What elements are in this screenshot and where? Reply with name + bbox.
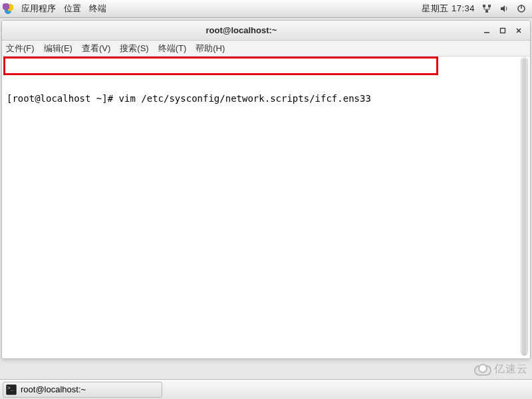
watermark-text: 亿速云 xyxy=(494,362,528,376)
terminal-line-1: [root@localhost ~]# vim /etc/sysconfig/n… xyxy=(5,91,526,104)
menu-view[interactable]: 查看(V) xyxy=(82,43,110,55)
terminal-window: root@localhost:~ 文件(F) 编辑(E) 查看(V) 搜索(S)… xyxy=(1,20,531,359)
shell-prompt: [root@localhost ~]# xyxy=(7,93,119,104)
menu-help[interactable]: 帮助(H) xyxy=(196,43,225,55)
terminal-body[interactable]: [root@localhost ~]# vim /etc/sysconfig/n… xyxy=(2,57,530,358)
clock: 星期五 17:34 xyxy=(422,3,475,15)
bottom-panel: root@localhost:~ xyxy=(0,379,532,399)
taskbar-item-label: root@localhost:~ xyxy=(21,384,86,394)
minimize-button[interactable] xyxy=(481,25,493,37)
annotation-highlight xyxy=(3,57,438,75)
svg-rect-0 xyxy=(483,5,485,7)
taskbar-item-terminal[interactable]: root@localhost:~ xyxy=(3,382,162,398)
menu-file[interactable]: 文件(F) xyxy=(6,43,35,55)
maximize-button[interactable] xyxy=(497,25,509,37)
volume-icon[interactable] xyxy=(499,3,509,14)
terminal-icon xyxy=(6,384,17,395)
svg-rect-1 xyxy=(488,5,491,7)
window-title: root@localhost:~ xyxy=(2,25,481,35)
menu-applications[interactable]: 应用程序 xyxy=(21,3,56,15)
menu-edit[interactable]: 编辑(E) xyxy=(44,43,72,55)
apps-icon xyxy=(3,3,13,14)
power-icon[interactable] xyxy=(516,3,527,14)
menu-terminal[interactable]: 终端(T) xyxy=(158,43,187,55)
menu-places[interactable]: 位置 xyxy=(64,3,81,15)
scrollbar[interactable] xyxy=(521,57,528,356)
svg-rect-6 xyxy=(501,28,505,33)
titlebar[interactable]: root@localhost:~ xyxy=(2,21,530,41)
menu-search[interactable]: 搜索(S) xyxy=(120,43,148,55)
scrollbar-thumb[interactable] xyxy=(522,59,527,356)
close-button[interactable] xyxy=(513,25,525,37)
menu-terminal-top[interactable]: 终端 xyxy=(89,3,106,15)
menubar: 文件(F) 编辑(E) 查看(V) 搜索(S) 终端(T) 帮助(H) xyxy=(2,41,530,57)
network-icon[interactable] xyxy=(481,3,492,14)
cloud-icon xyxy=(471,364,491,376)
top-panel: 应用程序 位置 终端 星期五 17:34 xyxy=(0,0,532,18)
shell-command: vim /etc/sysconfig/network.scripts/ifcf.… xyxy=(119,93,371,104)
watermark: 亿速云 xyxy=(471,362,528,376)
